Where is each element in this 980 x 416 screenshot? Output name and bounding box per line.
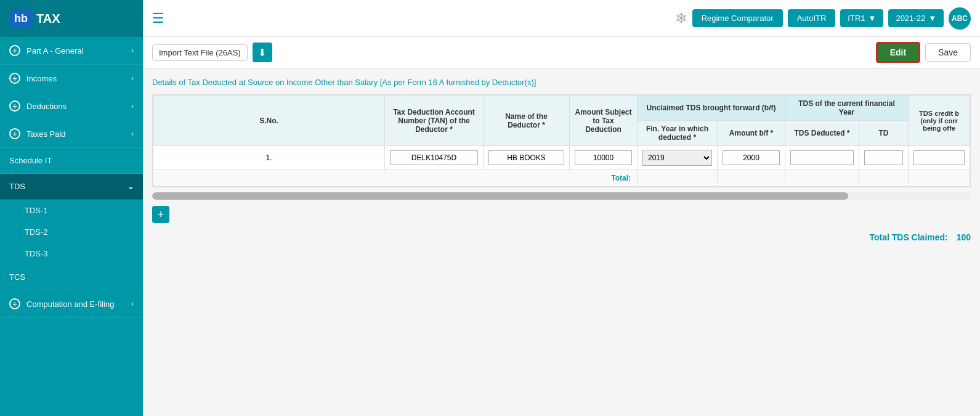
- total-label: Total:: [153, 170, 638, 187]
- amount-bf-input[interactable]: [723, 150, 780, 165]
- cell-tds-deducted: [785, 146, 859, 170]
- auto-itr-button[interactable]: AutoITR: [788, 9, 836, 27]
- cell-sno: 1.: [153, 146, 385, 170]
- sidebar-item-tcs[interactable]: TCS: [0, 264, 143, 290]
- sidebar-item-tds-2[interactable]: TDS-2: [0, 221, 143, 243]
- topbar: ☰ ❄ Regime Comparator AutoITR ITR1 ▼ 202…: [143, 0, 980, 37]
- plus-icon: +: [9, 73, 20, 84]
- topbar-right: ❄ Regime Comparator AutoITR ITR1 ▼ 2021-…: [675, 7, 971, 30]
- year-label: 2021-22: [896, 14, 925, 23]
- year-chevron-icon: ▼: [928, 14, 936, 23]
- year-dropdown[interactable]: 2021-22 ▼: [888, 9, 944, 27]
- topbar-left: ☰: [152, 10, 164, 27]
- import-label: Import Text File (26AS): [152, 44, 248, 61]
- sidebar-label-tds-2: TDS-2: [25, 227, 48, 237]
- avatar[interactable]: ABC: [949, 7, 971, 30]
- total-tds-value: 100: [957, 232, 971, 242]
- itr1-label: ITR1: [848, 14, 865, 23]
- bottom-total: Total TDS Claimed: 100: [152, 232, 971, 242]
- cell-deductor: [484, 146, 570, 170]
- sidebar-item-computation[interactable]: + Computation and E-filing ›: [0, 290, 143, 318]
- plus-icon: +: [9, 128, 20, 139]
- sidebar-label-computation: Computation and E-filing: [26, 300, 114, 309]
- th-unclaimed-group: Unclaimed TDS brought forward (b/f): [638, 96, 785, 121]
- tds-table-container: S.No. Tax Deduction Account Number (TAN)…: [152, 94, 971, 187]
- th-tds-col2: TD: [859, 121, 909, 146]
- th-current-fy-group: TDS of the current financial Year: [785, 96, 909, 121]
- sidebar-label-schedule-it: Schedule IT: [9, 156, 52, 165]
- save-button[interactable]: Save: [925, 43, 971, 62]
- chevron-icon: ›: [131, 46, 134, 55]
- sidebar-item-taxes-paid[interactable]: + Taxes Paid ›: [0, 120, 143, 148]
- chevron-down-icon: ⌄: [128, 182, 134, 191]
- tds-credit-input[interactable]: [913, 150, 965, 165]
- sidebar-label-deductions: Deductions: [26, 102, 67, 111]
- content-area: Details of Tax Deducted at Source on Inc…: [143, 68, 980, 416]
- cell-tds-credit: [909, 146, 970, 170]
- itr1-chevron-icon: ▼: [869, 14, 877, 23]
- action-bar-left: Import Text File (26AS) ⬇: [152, 43, 272, 62]
- sidebar-label-tds-3: TDS-3: [25, 249, 48, 258]
- hamburger-icon[interactable]: ☰: [152, 10, 164, 27]
- deductor-input[interactable]: [488, 150, 564, 165]
- plus-icon: +: [158, 208, 164, 221]
- sidebar-item-incomes[interactable]: + Incomes ›: [0, 65, 143, 92]
- sidebar-label-part-a: Part A - General: [26, 46, 84, 55]
- logo-tax: TAX: [36, 12, 60, 26]
- cell-tan: [385, 146, 484, 170]
- plus-icon: +: [9, 298, 20, 309]
- th-fin-year: Fin. Year in which deducted *: [638, 121, 718, 146]
- chevron-icon: ›: [131, 129, 134, 138]
- tan-input[interactable]: [390, 150, 478, 165]
- itr1-dropdown[interactable]: ITR1 ▼: [840, 9, 883, 27]
- sidebar-label-incomes: Incomes: [26, 74, 57, 83]
- logo-hb: hb: [9, 10, 33, 28]
- snowflake-icon: ❄: [675, 10, 687, 27]
- section-title: Details of Tax Deducted at Source on Inc…: [152, 78, 971, 87]
- scrollbar-thumb: [152, 192, 848, 200]
- plus-icon: +: [9, 100, 20, 112]
- sidebar-item-tds-3[interactable]: TDS-3: [0, 243, 143, 264]
- th-amount-bf: Amount b/f *: [718, 121, 785, 146]
- chevron-icon: ›: [131, 300, 134, 308]
- th-sno: S.No.: [153, 96, 385, 146]
- cell-fin-year: 2019 2020 2021: [638, 146, 718, 170]
- th-tds-credit: TDS credit b (only if corr being offe: [909, 96, 970, 146]
- action-bar: Import Text File (26AS) ⬇ Edit Save: [143, 37, 980, 68]
- th-amount-subject: Amount Subject to Tax Deduction: [570, 96, 638, 146]
- download-button[interactable]: ⬇: [253, 43, 272, 62]
- sidebar-item-tds-1[interactable]: TDS-1: [0, 200, 143, 221]
- tds-deducted-input[interactable]: [790, 150, 854, 165]
- total-row: Total:: [153, 170, 970, 187]
- cell-amount-bf: [718, 146, 785, 170]
- amount-input[interactable]: [575, 150, 632, 165]
- add-row-button[interactable]: +: [152, 206, 169, 223]
- total-tds-label: Total TDS Claimed:: [869, 232, 947, 242]
- main-area: ☰ ❄ Regime Comparator AutoITR ITR1 ▼ 202…: [143, 0, 980, 416]
- sidebar-item-deductions[interactable]: + Deductions ›: [0, 92, 143, 120]
- tds-table: S.No. Tax Deduction Account Number (TAN)…: [153, 95, 970, 187]
- sidebar: hb TAX + Part A - General › + Incomes › …: [0, 0, 143, 416]
- th-deductor: Name of the Deductor *: [484, 96, 570, 146]
- sidebar-label-taxes-paid: Taxes Paid: [26, 129, 66, 139]
- sidebar-item-tds[interactable]: TDS ⌄: [0, 174, 143, 200]
- sidebar-item-schedule-it[interactable]: Schedule IT: [0, 148, 143, 174]
- cell-tds-col2: [859, 146, 909, 170]
- plus-icon: +: [9, 45, 20, 56]
- chevron-icon: ›: [131, 102, 134, 110]
- total-cell-4: [859, 170, 909, 187]
- regime-comparator-button[interactable]: Regime Comparator: [692, 9, 783, 27]
- total-cell-2: [718, 170, 785, 187]
- th-tan: Tax Deduction Account Number (TAN) of th…: [385, 96, 484, 146]
- sidebar-label-tds: TDS: [9, 182, 25, 191]
- sidebar-label-tds-1: TDS-1: [25, 206, 48, 215]
- total-cell-3: [785, 170, 859, 187]
- fin-year-select[interactable]: 2019 2020 2021: [642, 150, 712, 166]
- cell-amount: [570, 146, 638, 170]
- tds-col2-input[interactable]: [864, 150, 903, 165]
- total-cell-5: [909, 170, 970, 187]
- horizontal-scrollbar[interactable]: [152, 192, 971, 200]
- total-cell-1: [638, 170, 718, 187]
- sidebar-item-part-a[interactable]: + Part A - General ›: [0, 37, 143, 65]
- edit-button[interactable]: Edit: [876, 42, 920, 63]
